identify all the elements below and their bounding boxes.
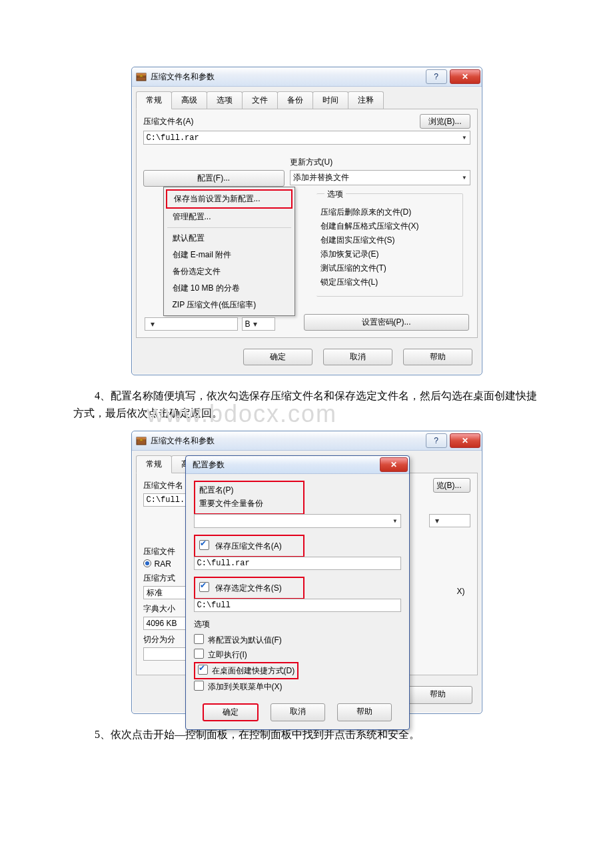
menu-save-new-profile[interactable]: 保存当前设置为新配置... [166,189,293,209]
archive-name-value: C:\full.rar [147,133,199,143]
tab-general[interactable]: 常规 [136,455,172,473]
chk-save-selected[interactable] [199,582,209,592]
ok-button[interactable]: 确定 [243,349,312,365]
radio-rar-icon [143,559,151,567]
options-group-label: 选项 [324,189,346,199]
profile-name-label: 配置名(P) [199,485,299,496]
tab-panel: 压缩文件名(A) 浏览(B)... C:\full.rar 更新方式(U) 配置… [136,109,478,338]
opt-lock[interactable]: 锁定压缩文件(L) [320,275,458,289]
method-value: 标准 [147,587,163,599]
tab-files[interactable]: 文件 [242,91,278,109]
help-window-button[interactable]: ? [426,433,447,448]
tab-general[interactable]: 常规 [136,91,172,109]
opt-set-default[interactable]: 将配置设为默认值(F) [194,633,401,647]
opt-x-cut: X) [457,587,465,596]
save-selected-label: 保存选定文件名(S) [215,583,282,593]
tab-time[interactable]: 时间 [312,91,348,109]
update-mode-value: 添加并替换文件 [293,172,349,183]
volume-size-combo[interactable] [145,317,238,331]
save-selected-value[interactable]: C:\full [194,599,401,612]
archive-name-combo[interactable]: C:\full.rar [143,131,470,145]
opt-sfx[interactable]: 创建自解压格式压缩文件(X) [320,219,458,233]
chevron-down-icon [251,319,257,329]
chevron-down-icon [148,319,155,329]
archive-dialog-1: 压缩文件名和参数 ? ✕ 常规 高级 选项 文件 备份 时间 注释 压缩文件名(… [131,67,482,375]
opt-solid[interactable]: 创建固实压缩文件(S) [320,233,458,247]
modal-close-button[interactable]: ✕ [380,457,408,472]
profile-params-modal: 配置参数 ✕ 配置名(P) 重要文件全量备份 保存压缩文件名(A) C:\ful… [185,455,410,730]
tab-strip: 常规 高级 选项 文件 备份 时间 注释 [132,87,482,109]
close-window-button[interactable]: ✕ [450,433,480,448]
update-mode-label: 更新方式(U) [290,157,470,168]
chk-save-archive-name[interactable] [199,540,209,550]
archive-name-label: 压缩文件名 [143,480,190,491]
dialog-footer: 确定 取消 帮助 [132,342,482,375]
cancel-button[interactable]: 取消 [323,349,392,365]
menu-zip-low[interactable]: ZIP 压缩文件(低压缩率) [166,297,293,313]
modal-titlebar[interactable]: 配置参数 ✕ [186,456,409,474]
help-button[interactable]: 帮助 [403,349,472,365]
split-input[interactable] [143,647,187,661]
chevron-down-icon [388,516,397,526]
modal-cancel-button[interactable]: 取消 [271,703,325,721]
paragraph-4: 4、配置名称随便填写，依次勾选保存压缩文件名和保存选定文件名，然后勾选在桌面创建… [73,387,540,421]
opt-add-context[interactable]: 添加到关联菜单中(X) [194,679,401,694]
modal-ok-button[interactable]: 确定 [203,703,259,721]
dialog-title: 压缩文件名和参数 [151,71,423,83]
dict-value: 4096 KB [147,619,177,628]
archive-name-value[interactable]: C:\full. [143,493,190,507]
menu-separator [167,227,291,228]
profile-name-combo[interactable] [194,514,401,528]
chevron-down-icon [458,133,466,143]
tab-options[interactable]: 选项 [207,91,243,109]
format-label: 压缩文件 [143,546,190,557]
opt-run-now[interactable]: 立即执行(I) [194,647,401,662]
split-label: 切分为分 [143,634,190,645]
help-button[interactable]: 帮助 [403,686,472,704]
volume-unit-combo[interactable]: B [242,317,275,331]
opt-desktop-shortcut[interactable]: 在桌面创建快捷方式(D) [194,662,299,679]
menu-backup-selected[interactable]: 备份选定文件 [166,263,293,280]
chevron-down-icon [432,516,439,525]
browse-button-cut[interactable]: 览(B)... [433,478,470,493]
dict-combo[interactable]: 4096 KB [143,617,187,630]
dialog-title: 压缩文件名和参数 [151,435,423,447]
save-archive-name-value[interactable]: C:\full.rar [194,557,401,570]
profile-button[interactable]: 配置(F)... [143,170,285,187]
tab-comment[interactable]: 注释 [348,91,384,109]
modal-title: 配置参数 [190,459,377,471]
menu-default-profile[interactable]: 默认配置 [166,230,293,247]
browse-button[interactable]: 浏览(B)... [420,114,470,129]
save-archive-name-label: 保存压缩文件名(A) [215,541,282,551]
archive-name-label: 压缩文件名(A) [143,116,413,127]
titlebar[interactable]: 压缩文件名和参数 ? ✕ [132,67,482,87]
menu-10mb-volumes[interactable]: 创建 10 MB 的分卷 [166,280,293,297]
opt-del-after[interactable]: 压缩后删除原来的文件(D) [320,205,458,219]
titlebar[interactable]: 压缩文件名和参数 ? ✕ [132,431,482,451]
update-mode-combo[interactable]: 添加并替换文件 [290,170,470,185]
profile-dropdown: 保存当前设置为新配置... 管理配置... 默认配置 创建 E-mail 附件 … [163,187,295,316]
method-label: 压缩方式 [143,573,190,584]
format-value[interactable]: RAR [155,559,171,569]
tab-backup[interactable]: 备份 [277,91,313,109]
set-password-button[interactable]: 设置密码(P)... [304,314,469,331]
close-window-button[interactable]: ✕ [450,69,480,84]
tab-advanced[interactable]: 高级 [171,91,207,109]
opt-recovery[interactable]: 添加恢复记录(E) [320,247,458,261]
dict-label: 字典大小 [143,603,190,615]
menu-manage-profiles[interactable]: 管理配置... [166,209,293,225]
app-icon [136,71,147,82]
opt-test[interactable]: 测试压缩的文件(T) [320,261,458,275]
svg-rect-3 [140,75,143,77]
profile-name-value: 重要文件全量备份 [199,499,263,508]
chevron-down-icon [458,173,466,183]
app-icon [136,435,147,446]
archive-dialog-2: 压缩文件名和参数 ? ✕ 常规 高 压缩文件名 C:\full. 览(B)... [131,431,482,714]
menu-email-attach[interactable]: 创建 E-mail 附件 [166,247,293,263]
method-combo[interactable]: 标准 [143,586,187,599]
modal-options-label: 选项 [194,619,210,629]
modal-help-button[interactable]: 帮助 [337,703,392,721]
combo-right[interactable] [429,514,470,527]
help-window-button[interactable]: ? [426,69,447,84]
modal-body: 配置名(P) 重要文件全量备份 保存压缩文件名(A) C:\full.rar 保… [186,474,409,729]
